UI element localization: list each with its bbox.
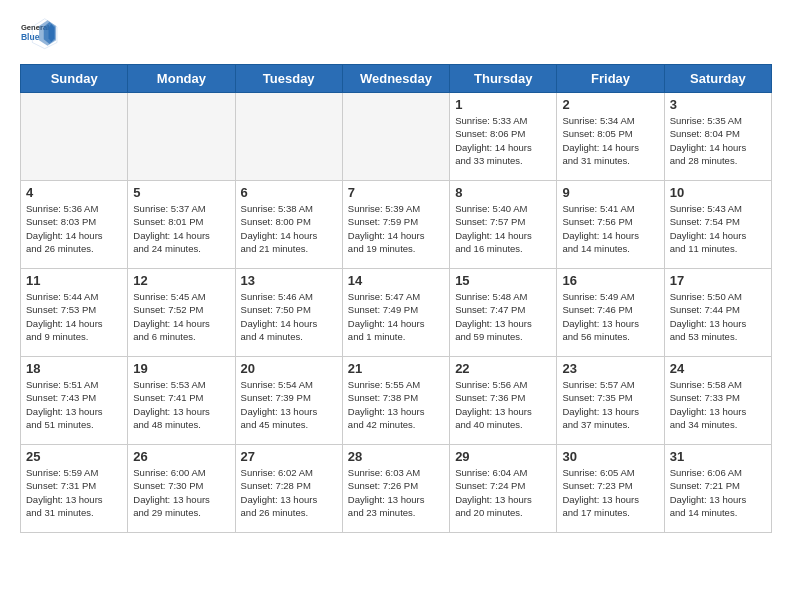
page: General Blue SundayMondayTuesdayWednesda… xyxy=(0,0,792,553)
calendar-cell: 6Sunrise: 5:38 AM Sunset: 8:00 PM Daylig… xyxy=(235,181,342,269)
calendar-cell xyxy=(235,93,342,181)
day-number: 7 xyxy=(348,185,444,200)
calendar-header-row: SundayMondayTuesdayWednesdayThursdayFrid… xyxy=(21,65,772,93)
day-number: 3 xyxy=(670,97,766,112)
day-info: Sunrise: 5:49 AM Sunset: 7:46 PM Dayligh… xyxy=(562,290,658,343)
calendar-cell: 20Sunrise: 5:54 AM Sunset: 7:39 PM Dayli… xyxy=(235,357,342,445)
header-saturday: Saturday xyxy=(664,65,771,93)
day-info: Sunrise: 5:40 AM Sunset: 7:57 PM Dayligh… xyxy=(455,202,551,255)
calendar-cell xyxy=(21,93,128,181)
calendar-cell: 29Sunrise: 6:04 AM Sunset: 7:24 PM Dayli… xyxy=(450,445,557,533)
day-info: Sunrise: 5:36 AM Sunset: 8:03 PM Dayligh… xyxy=(26,202,122,255)
calendar-cell: 2Sunrise: 5:34 AM Sunset: 8:05 PM Daylig… xyxy=(557,93,664,181)
day-number: 13 xyxy=(241,273,337,288)
day-info: Sunrise: 5:47 AM Sunset: 7:49 PM Dayligh… xyxy=(348,290,444,343)
day-number: 12 xyxy=(133,273,229,288)
calendar-cell: 8Sunrise: 5:40 AM Sunset: 7:57 PM Daylig… xyxy=(450,181,557,269)
day-number: 5 xyxy=(133,185,229,200)
day-number: 23 xyxy=(562,361,658,376)
week-row-2: 4Sunrise: 5:36 AM Sunset: 8:03 PM Daylig… xyxy=(21,181,772,269)
calendar-cell: 25Sunrise: 5:59 AM Sunset: 7:31 PM Dayli… xyxy=(21,445,128,533)
day-number: 6 xyxy=(241,185,337,200)
calendar-cell: 13Sunrise: 5:46 AM Sunset: 7:50 PM Dayli… xyxy=(235,269,342,357)
logo: General Blue xyxy=(20,16,58,50)
day-number: 17 xyxy=(670,273,766,288)
day-info: Sunrise: 6:03 AM Sunset: 7:26 PM Dayligh… xyxy=(348,466,444,519)
day-info: Sunrise: 6:06 AM Sunset: 7:21 PM Dayligh… xyxy=(670,466,766,519)
day-number: 19 xyxy=(133,361,229,376)
calendar-cell: 11Sunrise: 5:44 AM Sunset: 7:53 PM Dayli… xyxy=(21,269,128,357)
day-info: Sunrise: 5:43 AM Sunset: 7:54 PM Dayligh… xyxy=(670,202,766,255)
day-info: Sunrise: 6:05 AM Sunset: 7:23 PM Dayligh… xyxy=(562,466,658,519)
header: General Blue xyxy=(20,16,772,50)
logo-svg: General Blue xyxy=(20,16,58,50)
day-number: 25 xyxy=(26,449,122,464)
day-number: 22 xyxy=(455,361,551,376)
day-info: Sunrise: 5:34 AM Sunset: 8:05 PM Dayligh… xyxy=(562,114,658,167)
calendar-cell: 28Sunrise: 6:03 AM Sunset: 7:26 PM Dayli… xyxy=(342,445,449,533)
calendar-cell: 27Sunrise: 6:02 AM Sunset: 7:28 PM Dayli… xyxy=(235,445,342,533)
calendar-cell xyxy=(342,93,449,181)
week-row-4: 18Sunrise: 5:51 AM Sunset: 7:43 PM Dayli… xyxy=(21,357,772,445)
calendar-cell: 1Sunrise: 5:33 AM Sunset: 8:06 PM Daylig… xyxy=(450,93,557,181)
day-number: 18 xyxy=(26,361,122,376)
calendar-cell: 9Sunrise: 5:41 AM Sunset: 7:56 PM Daylig… xyxy=(557,181,664,269)
day-number: 11 xyxy=(26,273,122,288)
day-info: Sunrise: 5:38 AM Sunset: 8:00 PM Dayligh… xyxy=(241,202,337,255)
calendar-cell: 31Sunrise: 6:06 AM Sunset: 7:21 PM Dayli… xyxy=(664,445,771,533)
header-sunday: Sunday xyxy=(21,65,128,93)
calendar-cell: 17Sunrise: 5:50 AM Sunset: 7:44 PM Dayli… xyxy=(664,269,771,357)
day-number: 9 xyxy=(562,185,658,200)
calendar-cell: 4Sunrise: 5:36 AM Sunset: 8:03 PM Daylig… xyxy=(21,181,128,269)
calendar-cell: 7Sunrise: 5:39 AM Sunset: 7:59 PM Daylig… xyxy=(342,181,449,269)
week-row-5: 25Sunrise: 5:59 AM Sunset: 7:31 PM Dayli… xyxy=(21,445,772,533)
day-info: Sunrise: 5:37 AM Sunset: 8:01 PM Dayligh… xyxy=(133,202,229,255)
calendar-cell: 18Sunrise: 5:51 AM Sunset: 7:43 PM Dayli… xyxy=(21,357,128,445)
day-info: Sunrise: 5:41 AM Sunset: 7:56 PM Dayligh… xyxy=(562,202,658,255)
day-number: 14 xyxy=(348,273,444,288)
day-number: 24 xyxy=(670,361,766,376)
day-info: Sunrise: 6:02 AM Sunset: 7:28 PM Dayligh… xyxy=(241,466,337,519)
header-friday: Friday xyxy=(557,65,664,93)
day-number: 27 xyxy=(241,449,337,464)
calendar-cell: 5Sunrise: 5:37 AM Sunset: 8:01 PM Daylig… xyxy=(128,181,235,269)
day-number: 28 xyxy=(348,449,444,464)
day-info: Sunrise: 5:57 AM Sunset: 7:35 PM Dayligh… xyxy=(562,378,658,431)
calendar-cell: 21Sunrise: 5:55 AM Sunset: 7:38 PM Dayli… xyxy=(342,357,449,445)
day-info: Sunrise: 5:45 AM Sunset: 7:52 PM Dayligh… xyxy=(133,290,229,343)
svg-text:Blue: Blue xyxy=(21,32,40,42)
day-info: Sunrise: 5:55 AM Sunset: 7:38 PM Dayligh… xyxy=(348,378,444,431)
day-info: Sunrise: 5:53 AM Sunset: 7:41 PM Dayligh… xyxy=(133,378,229,431)
calendar-table: SundayMondayTuesdayWednesdayThursdayFrid… xyxy=(20,64,772,533)
day-info: Sunrise: 5:50 AM Sunset: 7:44 PM Dayligh… xyxy=(670,290,766,343)
calendar-cell: 19Sunrise: 5:53 AM Sunset: 7:41 PM Dayli… xyxy=(128,357,235,445)
calendar-cell: 24Sunrise: 5:58 AM Sunset: 7:33 PM Dayli… xyxy=(664,357,771,445)
day-info: Sunrise: 6:04 AM Sunset: 7:24 PM Dayligh… xyxy=(455,466,551,519)
calendar-cell: 3Sunrise: 5:35 AM Sunset: 8:04 PM Daylig… xyxy=(664,93,771,181)
day-number: 26 xyxy=(133,449,229,464)
day-info: Sunrise: 5:58 AM Sunset: 7:33 PM Dayligh… xyxy=(670,378,766,431)
calendar-cell: 14Sunrise: 5:47 AM Sunset: 7:49 PM Dayli… xyxy=(342,269,449,357)
day-info: Sunrise: 5:48 AM Sunset: 7:47 PM Dayligh… xyxy=(455,290,551,343)
header-wednesday: Wednesday xyxy=(342,65,449,93)
day-info: Sunrise: 5:46 AM Sunset: 7:50 PM Dayligh… xyxy=(241,290,337,343)
day-number: 4 xyxy=(26,185,122,200)
day-info: Sunrise: 5:35 AM Sunset: 8:04 PM Dayligh… xyxy=(670,114,766,167)
calendar-cell: 30Sunrise: 6:05 AM Sunset: 7:23 PM Dayli… xyxy=(557,445,664,533)
day-number: 30 xyxy=(562,449,658,464)
day-number: 20 xyxy=(241,361,337,376)
calendar-cell xyxy=(128,93,235,181)
day-number: 8 xyxy=(455,185,551,200)
calendar-cell: 12Sunrise: 5:45 AM Sunset: 7:52 PM Dayli… xyxy=(128,269,235,357)
svg-marker-7 xyxy=(49,24,55,42)
day-number: 21 xyxy=(348,361,444,376)
day-info: Sunrise: 5:33 AM Sunset: 8:06 PM Dayligh… xyxy=(455,114,551,167)
header-thursday: Thursday xyxy=(450,65,557,93)
day-number: 15 xyxy=(455,273,551,288)
calendar-cell: 23Sunrise: 5:57 AM Sunset: 7:35 PM Dayli… xyxy=(557,357,664,445)
day-info: Sunrise: 5:56 AM Sunset: 7:36 PM Dayligh… xyxy=(455,378,551,431)
day-number: 16 xyxy=(562,273,658,288)
week-row-3: 11Sunrise: 5:44 AM Sunset: 7:53 PM Dayli… xyxy=(21,269,772,357)
day-number: 1 xyxy=(455,97,551,112)
calendar-cell: 16Sunrise: 5:49 AM Sunset: 7:46 PM Dayli… xyxy=(557,269,664,357)
